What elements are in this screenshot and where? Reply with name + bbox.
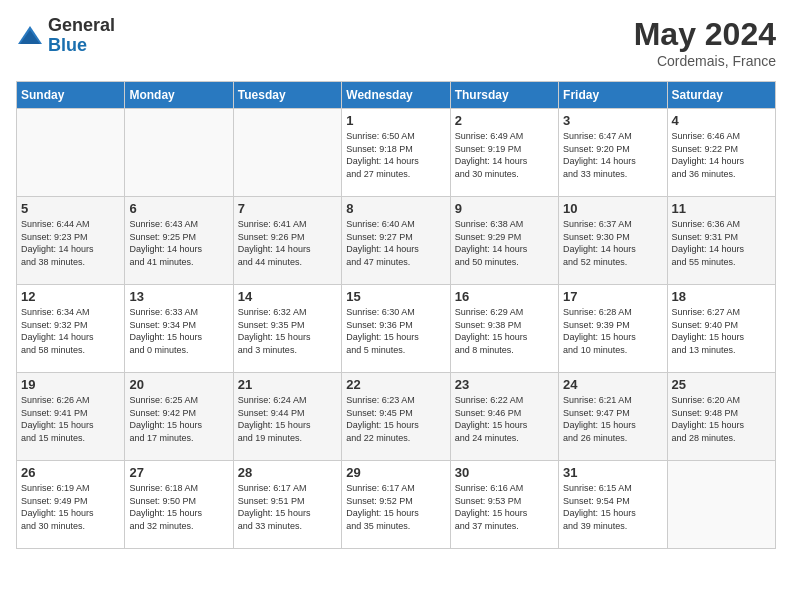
day-number: 11 — [672, 201, 771, 216]
cell-info: Sunrise: 6:18 AM Sunset: 9:50 PM Dayligh… — [129, 482, 228, 532]
cell-info: Sunrise: 6:28 AM Sunset: 9:39 PM Dayligh… — [563, 306, 662, 356]
calendar-cell: 22Sunrise: 6:23 AM Sunset: 9:45 PM Dayli… — [342, 373, 450, 461]
calendar-cell: 1Sunrise: 6:50 AM Sunset: 9:18 PM Daylig… — [342, 109, 450, 197]
cell-info: Sunrise: 6:19 AM Sunset: 9:49 PM Dayligh… — [21, 482, 120, 532]
calendar-week: 5Sunrise: 6:44 AM Sunset: 9:23 PM Daylig… — [17, 197, 776, 285]
cell-info: Sunrise: 6:30 AM Sunset: 9:36 PM Dayligh… — [346, 306, 445, 356]
title-block: May 2024 Cordemais, France — [634, 16, 776, 69]
calendar-cell: 20Sunrise: 6:25 AM Sunset: 9:42 PM Dayli… — [125, 373, 233, 461]
cell-info: Sunrise: 6:36 AM Sunset: 9:31 PM Dayligh… — [672, 218, 771, 268]
calendar-cell: 15Sunrise: 6:30 AM Sunset: 9:36 PM Dayli… — [342, 285, 450, 373]
calendar-week: 19Sunrise: 6:26 AM Sunset: 9:41 PM Dayli… — [17, 373, 776, 461]
day-number: 12 — [21, 289, 120, 304]
calendar-table: SundayMondayTuesdayWednesdayThursdayFrid… — [16, 81, 776, 549]
calendar-cell: 2Sunrise: 6:49 AM Sunset: 9:19 PM Daylig… — [450, 109, 558, 197]
day-number: 14 — [238, 289, 337, 304]
cell-info: Sunrise: 6:37 AM Sunset: 9:30 PM Dayligh… — [563, 218, 662, 268]
logo-general: General — [48, 16, 115, 36]
calendar-cell — [667, 461, 775, 549]
cell-info: Sunrise: 6:50 AM Sunset: 9:18 PM Dayligh… — [346, 130, 445, 180]
cell-info: Sunrise: 6:43 AM Sunset: 9:25 PM Dayligh… — [129, 218, 228, 268]
day-number: 19 — [21, 377, 120, 392]
cell-info: Sunrise: 6:49 AM Sunset: 9:19 PM Dayligh… — [455, 130, 554, 180]
cell-info: Sunrise: 6:26 AM Sunset: 9:41 PM Dayligh… — [21, 394, 120, 444]
calendar-cell: 4Sunrise: 6:46 AM Sunset: 9:22 PM Daylig… — [667, 109, 775, 197]
day-number: 30 — [455, 465, 554, 480]
cell-info: Sunrise: 6:21 AM Sunset: 9:47 PM Dayligh… — [563, 394, 662, 444]
calendar-cell: 10Sunrise: 6:37 AM Sunset: 9:30 PM Dayli… — [559, 197, 667, 285]
calendar-cell: 17Sunrise: 6:28 AM Sunset: 9:39 PM Dayli… — [559, 285, 667, 373]
day-number: 21 — [238, 377, 337, 392]
day-number: 22 — [346, 377, 445, 392]
calendar-cell: 16Sunrise: 6:29 AM Sunset: 9:38 PM Dayli… — [450, 285, 558, 373]
day-header: Tuesday — [233, 82, 341, 109]
calendar-cell: 13Sunrise: 6:33 AM Sunset: 9:34 PM Dayli… — [125, 285, 233, 373]
cell-info: Sunrise: 6:20 AM Sunset: 9:48 PM Dayligh… — [672, 394, 771, 444]
calendar-cell: 12Sunrise: 6:34 AM Sunset: 9:32 PM Dayli… — [17, 285, 125, 373]
calendar-cell — [17, 109, 125, 197]
page-header: General Blue May 2024 Cordemais, France — [16, 16, 776, 69]
day-header: Monday — [125, 82, 233, 109]
day-number: 25 — [672, 377, 771, 392]
day-header: Friday — [559, 82, 667, 109]
logo: General Blue — [16, 16, 115, 56]
calendar-week: 12Sunrise: 6:34 AM Sunset: 9:32 PM Dayli… — [17, 285, 776, 373]
cell-info: Sunrise: 6:32 AM Sunset: 9:35 PM Dayligh… — [238, 306, 337, 356]
calendar-cell: 24Sunrise: 6:21 AM Sunset: 9:47 PM Dayli… — [559, 373, 667, 461]
cell-info: Sunrise: 6:33 AM Sunset: 9:34 PM Dayligh… — [129, 306, 228, 356]
day-header: Sunday — [17, 82, 125, 109]
cell-info: Sunrise: 6:44 AM Sunset: 9:23 PM Dayligh… — [21, 218, 120, 268]
day-number: 13 — [129, 289, 228, 304]
day-number: 4 — [672, 113, 771, 128]
day-number: 3 — [563, 113, 662, 128]
day-number: 7 — [238, 201, 337, 216]
calendar-cell: 27Sunrise: 6:18 AM Sunset: 9:50 PM Dayli… — [125, 461, 233, 549]
cell-info: Sunrise: 6:47 AM Sunset: 9:20 PM Dayligh… — [563, 130, 662, 180]
cell-info: Sunrise: 6:46 AM Sunset: 9:22 PM Dayligh… — [672, 130, 771, 180]
cell-info: Sunrise: 6:23 AM Sunset: 9:45 PM Dayligh… — [346, 394, 445, 444]
logo-text: General Blue — [48, 16, 115, 56]
cell-info: Sunrise: 6:38 AM Sunset: 9:29 PM Dayligh… — [455, 218, 554, 268]
cell-info: Sunrise: 6:24 AM Sunset: 9:44 PM Dayligh… — [238, 394, 337, 444]
cell-info: Sunrise: 6:34 AM Sunset: 9:32 PM Dayligh… — [21, 306, 120, 356]
month-title: May 2024 — [634, 16, 776, 53]
logo-icon — [16, 22, 44, 50]
calendar-cell: 23Sunrise: 6:22 AM Sunset: 9:46 PM Dayli… — [450, 373, 558, 461]
day-number: 23 — [455, 377, 554, 392]
header-row: SundayMondayTuesdayWednesdayThursdayFrid… — [17, 82, 776, 109]
day-number: 18 — [672, 289, 771, 304]
calendar-cell: 21Sunrise: 6:24 AM Sunset: 9:44 PM Dayli… — [233, 373, 341, 461]
cell-info: Sunrise: 6:15 AM Sunset: 9:54 PM Dayligh… — [563, 482, 662, 532]
calendar-cell: 8Sunrise: 6:40 AM Sunset: 9:27 PM Daylig… — [342, 197, 450, 285]
calendar-cell: 19Sunrise: 6:26 AM Sunset: 9:41 PM Dayli… — [17, 373, 125, 461]
calendar-week: 26Sunrise: 6:19 AM Sunset: 9:49 PM Dayli… — [17, 461, 776, 549]
day-number: 2 — [455, 113, 554, 128]
day-number: 8 — [346, 201, 445, 216]
day-number: 17 — [563, 289, 662, 304]
day-header: Thursday — [450, 82, 558, 109]
cell-info: Sunrise: 6:27 AM Sunset: 9:40 PM Dayligh… — [672, 306, 771, 356]
cell-info: Sunrise: 6:16 AM Sunset: 9:53 PM Dayligh… — [455, 482, 554, 532]
calendar-cell: 7Sunrise: 6:41 AM Sunset: 9:26 PM Daylig… — [233, 197, 341, 285]
cell-info: Sunrise: 6:41 AM Sunset: 9:26 PM Dayligh… — [238, 218, 337, 268]
day-number: 6 — [129, 201, 228, 216]
calendar-cell: 6Sunrise: 6:43 AM Sunset: 9:25 PM Daylig… — [125, 197, 233, 285]
calendar-cell: 30Sunrise: 6:16 AM Sunset: 9:53 PM Dayli… — [450, 461, 558, 549]
calendar-cell: 31Sunrise: 6:15 AM Sunset: 9:54 PM Dayli… — [559, 461, 667, 549]
calendar-cell — [125, 109, 233, 197]
calendar-cell: 5Sunrise: 6:44 AM Sunset: 9:23 PM Daylig… — [17, 197, 125, 285]
day-number: 9 — [455, 201, 554, 216]
day-number: 26 — [21, 465, 120, 480]
calendar-cell — [233, 109, 341, 197]
day-number: 16 — [455, 289, 554, 304]
cell-info: Sunrise: 6:17 AM Sunset: 9:51 PM Dayligh… — [238, 482, 337, 532]
calendar-cell: 25Sunrise: 6:20 AM Sunset: 9:48 PM Dayli… — [667, 373, 775, 461]
day-header: Wednesday — [342, 82, 450, 109]
day-number: 29 — [346, 465, 445, 480]
cell-info: Sunrise: 6:22 AM Sunset: 9:46 PM Dayligh… — [455, 394, 554, 444]
calendar-cell: 9Sunrise: 6:38 AM Sunset: 9:29 PM Daylig… — [450, 197, 558, 285]
day-number: 10 — [563, 201, 662, 216]
calendar-week: 1Sunrise: 6:50 AM Sunset: 9:18 PM Daylig… — [17, 109, 776, 197]
day-number: 28 — [238, 465, 337, 480]
calendar-cell: 26Sunrise: 6:19 AM Sunset: 9:49 PM Dayli… — [17, 461, 125, 549]
